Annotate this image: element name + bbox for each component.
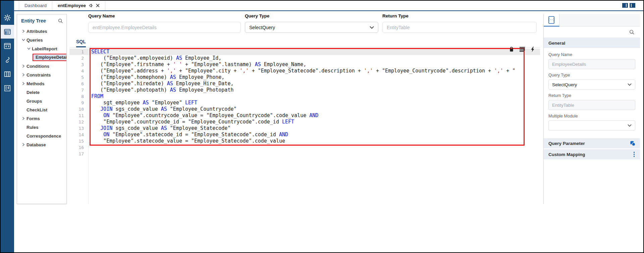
code-line[interactable]: JOIN sgs_code_value AS "Employee_Country… xyxy=(89,106,540,112)
tab-dashboard[interactable]: Dashboard xyxy=(19,1,52,10)
editor-toolbar xyxy=(509,46,535,52)
code-line[interactable]: ("Employee".hiredate) AS Employee_Hire_D… xyxy=(89,81,540,87)
code-line[interactable]: SELECT xyxy=(89,49,540,55)
line-number: 12 xyxy=(69,119,88,125)
prop-multiple-module-select[interactable] xyxy=(548,120,635,131)
tree-item-constraints[interactable]: Constraints xyxy=(17,70,66,79)
prop-multiple-module-label: Multiple Module xyxy=(548,114,635,118)
sql-code-lines[interactable]: SELECT ("Employee".employeeid) AS Employ… xyxy=(89,49,540,204)
prop-query-name-label: Query Name xyxy=(548,52,635,57)
general-fields: Query Name EmployeeDetails Query Type Se… xyxy=(544,48,640,134)
return-type-label: Return Type xyxy=(382,13,537,18)
line-number: 3 xyxy=(69,61,88,68)
columns-icon[interactable] xyxy=(1,67,14,81)
line-number: 17 xyxy=(69,151,88,157)
tree-item-groups[interactable]: Groups xyxy=(17,97,66,105)
query-parameter-icon[interactable] xyxy=(630,140,636,147)
panel-layout-left-icon[interactable] xyxy=(622,3,628,8)
pin-icon[interactable] xyxy=(89,3,93,8)
app-window: Dashboard entEmployee Entity Tree Attrib… xyxy=(0,0,644,253)
code-line[interactable]: ON "Employee".statecode_id = "Employee_S… xyxy=(89,132,540,138)
entity-tree: Attributes Queries LabelReport EmployeeD… xyxy=(17,26,66,149)
chevron-down-icon xyxy=(370,26,374,29)
window-controls xyxy=(622,3,635,8)
section-custom-mapping[interactable]: Custom Mapping xyxy=(544,149,640,159)
selected-tree-item[interactable]: EmployeeDetails xyxy=(33,54,67,61)
code-line[interactable] xyxy=(89,151,540,157)
code-line[interactable] xyxy=(89,144,540,151)
tree-item-labelreport[interactable]: LabelReport xyxy=(17,44,66,53)
tree-item-conditions[interactable]: Conditions xyxy=(17,62,66,70)
line-number: 13 xyxy=(69,125,88,132)
code-line[interactable]: ("Employee".firstname + ' ' + "Employee"… xyxy=(89,61,540,68)
lightning-icon[interactable] xyxy=(530,46,535,52)
section-query-parameter[interactable]: Query Parameter xyxy=(544,138,640,148)
lock-icon[interactable] xyxy=(509,46,514,52)
sql-tab-row: SQL xyxy=(69,38,540,48)
code-line[interactable]: ("Employee".address + ',' + "Employee".c… xyxy=(89,68,540,74)
properties-panel: {··} General Query Name EmployeeDetails … xyxy=(543,14,640,204)
tree-item-checklist[interactable]: CheckList xyxy=(17,105,66,114)
query-name-field[interactable]: entEmployee.EmployeeDetails xyxy=(88,22,241,33)
code-line[interactable]: sgt_employee AS "Employee" LEFT xyxy=(89,100,540,106)
code-line[interactable]: JOIN sgs_code_value AS "Employee_Stateco… xyxy=(89,125,540,132)
line-number: 5 xyxy=(69,74,88,81)
code-window-icon[interactable] xyxy=(1,39,14,53)
tab-dashboard-label: Dashboard xyxy=(24,3,47,8)
tree-item-forms[interactable]: Forms xyxy=(17,114,66,123)
line-number: 16 xyxy=(69,144,88,151)
line-number: 2 xyxy=(69,55,88,61)
line-number: 7 xyxy=(69,87,88,93)
line-number: 10 xyxy=(69,106,88,112)
code-file-icon[interactable]: {··} xyxy=(544,14,559,27)
section-general[interactable]: General xyxy=(544,38,640,48)
query-editor-main: Query Name entEmployee.EmployeeDetails Q… xyxy=(69,13,540,204)
code-line[interactable]: FROM xyxy=(89,93,540,100)
tab-sql[interactable]: SQL xyxy=(76,39,86,47)
chevron-down-icon xyxy=(628,124,632,127)
prop-return-type-label: Return Type xyxy=(548,93,635,98)
tree-item-methods[interactable]: Methods xyxy=(17,79,66,88)
prop-return-type-field[interactable]: EntityTable xyxy=(548,100,635,110)
line-number: 4 xyxy=(69,68,88,74)
more-vertical-icon[interactable] xyxy=(632,151,636,158)
panel-layout-right-icon[interactable] xyxy=(630,3,635,8)
entity-form-icon[interactable] xyxy=(1,25,14,39)
prop-query-type-select[interactable]: SelectQuery xyxy=(548,80,635,90)
tree-item-attributes[interactable]: Attributes xyxy=(17,27,66,36)
rules-flash-icon[interactable] xyxy=(1,81,14,95)
line-number: 11 xyxy=(69,112,88,119)
tree-item-database[interactable]: Database xyxy=(17,140,66,149)
line-number: 8 xyxy=(69,93,88,100)
code-line[interactable]: ("Employee".homephone) AS Employee_Phone… xyxy=(89,74,540,81)
sql-code-editor[interactable]: 1234567891011121314151617 SELECT ("Emplo… xyxy=(69,49,540,204)
return-type-field[interactable]: EntityTable xyxy=(382,22,537,33)
settings-icon[interactable] xyxy=(1,11,14,24)
tab-ent-employee[interactable]: entEmployee xyxy=(52,1,105,10)
close-icon[interactable] xyxy=(96,4,100,7)
tree-item-rules[interactable]: Rules xyxy=(17,123,66,132)
tree-item-delete[interactable]: Delete xyxy=(17,88,66,97)
prop-query-type-label: Query Type xyxy=(548,73,635,78)
prop-query-name-field[interactable]: EmployeeDetails xyxy=(548,59,635,69)
code-line[interactable]: "Employee".statecode_value = "Employee_S… xyxy=(89,138,540,144)
tab-ent-employee-label: entEmployee xyxy=(58,3,86,8)
properties-tabs: {··} xyxy=(544,14,640,27)
tree-item-correspondence[interactable]: Correspondence xyxy=(17,132,66,140)
search-icon[interactable] xyxy=(58,18,63,23)
search-icon[interactable] xyxy=(629,29,635,35)
align-lines-icon[interactable] xyxy=(519,47,525,52)
hook-icon[interactable] xyxy=(1,53,14,67)
line-number: 9 xyxy=(69,100,88,106)
code-line[interactable]: ON "Employee".countrycode_value = "Emplo… xyxy=(89,112,540,119)
entity-tree-title: Entity Tree xyxy=(21,18,46,23)
tree-item-employeedetails[interactable]: EmployeeDetails xyxy=(17,53,66,62)
tree-item-queries[interactable]: Queries xyxy=(17,36,66,44)
code-line[interactable]: ("Employee".photopath) AS Employee_Photo… xyxy=(89,87,540,93)
line-number: 15 xyxy=(69,138,88,144)
code-line[interactable]: "Employee".countrycode_id = "Employee_Co… xyxy=(89,119,540,125)
line-number: 6 xyxy=(69,81,88,87)
code-line[interactable]: ("Employee".employeeid) AS Employee_Id, xyxy=(89,55,540,61)
query-type-select[interactable]: SelectQuery xyxy=(245,22,378,33)
query-name-label: Query Name xyxy=(88,13,241,18)
